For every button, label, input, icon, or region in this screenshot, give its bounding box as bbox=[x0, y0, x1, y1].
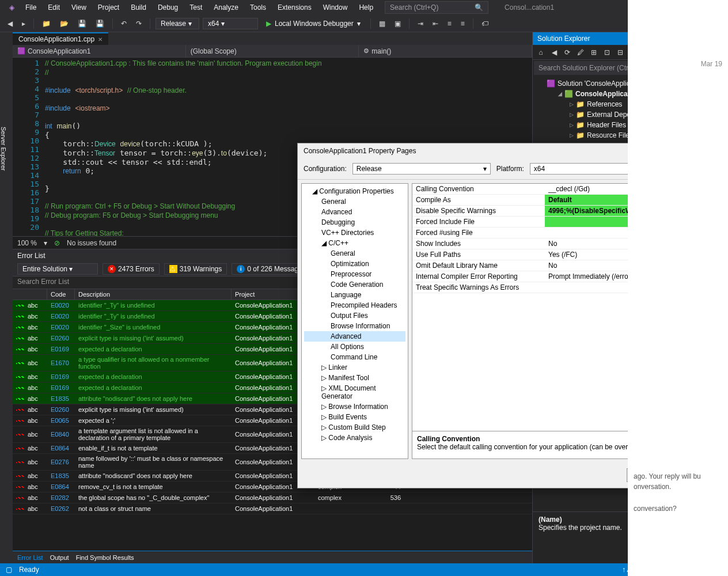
tab-find-symbol[interactable]: Find Symbol Results bbox=[76, 554, 134, 561]
solution-icon: 🟪 bbox=[547, 79, 555, 88]
tree-item[interactable]: ◢ C/C++ bbox=[304, 238, 405, 248]
tree-item[interactable]: Output Files bbox=[304, 310, 405, 321]
warnings-filter[interactable]: ⚠319 Warnings bbox=[164, 263, 227, 275]
home-icon[interactable]: ⌂ bbox=[535, 47, 547, 58]
tree-item[interactable]: Command Line bbox=[304, 352, 405, 362]
server-explorer-tab[interactable]: Server Explorer bbox=[0, 32, 13, 263]
tree-item[interactable]: VC++ Directories bbox=[304, 228, 405, 238]
save-all-icon[interactable]: 💾 bbox=[93, 18, 107, 29]
tool-icon[interactable]: ⊡ bbox=[601, 47, 613, 58]
folder-icon: 📁 bbox=[576, 121, 585, 129]
line-number-gutter: 1234567891011121314151617181920 bbox=[13, 58, 45, 236]
error-scope-dropdown[interactable]: Entire Solution ▾ bbox=[17, 263, 98, 275]
menu-project[interactable]: Project bbox=[93, 2, 124, 13]
config-dropdown[interactable]: Release▾ bbox=[156, 18, 199, 29]
tree-item[interactable]: General bbox=[304, 196, 405, 207]
window-title: Consol...cation1 bbox=[498, 2, 561, 13]
config-label: Configuration: bbox=[304, 165, 347, 173]
tool-icon[interactable]: ⊟ bbox=[615, 47, 626, 58]
navigation-bar: 🟪 ConsoleApplication1 (Global Scope) ⚙ m… bbox=[13, 45, 532, 58]
folder-icon: 📁 bbox=[576, 111, 585, 119]
status-square-icon: ▢ bbox=[6, 566, 12, 574]
folder-icon: 📁 bbox=[576, 100, 585, 108]
toolbar-icon[interactable]: ⇥ bbox=[415, 18, 426, 29]
menu-test[interactable]: Test bbox=[185, 2, 207, 13]
project-icon: 🟩 bbox=[564, 90, 573, 98]
document-tabs: ConsoleApplication1.cpp ✕ bbox=[13, 32, 532, 45]
dialog-config-dropdown[interactable]: Release▾ bbox=[352, 163, 491, 175]
platform-label: Platform: bbox=[496, 165, 524, 173]
tree-item[interactable]: Code Generation bbox=[304, 279, 405, 290]
platform-dropdown[interactable]: x64▾ bbox=[203, 18, 258, 29]
tree-item[interactable]: Advanced bbox=[304, 207, 405, 217]
tree-item[interactable]: ▷ Custom Build Step bbox=[304, 422, 405, 433]
redo-icon[interactable]: ↷ bbox=[133, 18, 145, 29]
tree-item[interactable]: ▷ Build Events bbox=[304, 412, 405, 422]
toolbar-icon[interactable]: ≡ bbox=[445, 18, 454, 29]
tab-output[interactable]: Output bbox=[50, 554, 69, 561]
toolbar-icon[interactable]: ⇤ bbox=[430, 18, 441, 29]
toolbar-icon[interactable]: ▣ bbox=[392, 18, 404, 29]
menu-help[interactable]: Help bbox=[354, 2, 378, 13]
tool-icon[interactable]: 🖉 bbox=[575, 47, 586, 58]
back-icon[interactable]: ◀ bbox=[548, 47, 560, 58]
tree-item[interactable]: Browse Information bbox=[304, 321, 405, 331]
quick-search-box[interactable]: Search (Ctrl+Q) 🔍 bbox=[385, 1, 488, 14]
undo-icon[interactable]: ↶ bbox=[118, 18, 130, 29]
document-tab[interactable]: ConsoleApplication1.cpp ✕ bbox=[13, 32, 108, 45]
tree-item[interactable]: ▷ XML Document Generator bbox=[304, 383, 405, 401]
tree-item[interactable]: ▷ Linker bbox=[304, 362, 405, 373]
vs-logo-icon: ◈ bbox=[5, 1, 18, 14]
tool-window-tabs: Error List Output Find Symbol Results bbox=[13, 551, 532, 563]
errors-filter[interactable]: ✕2473 Errors bbox=[103, 263, 160, 275]
tree-item[interactable]: Optimization bbox=[304, 259, 405, 269]
sync-icon[interactable]: ⟳ bbox=[562, 47, 573, 58]
tool-icon[interactable]: ⊞ bbox=[588, 47, 600, 58]
new-project-icon[interactable]: 📁 bbox=[39, 18, 54, 29]
tab-error-list[interactable]: Error List bbox=[17, 554, 43, 561]
toolbar-icon[interactable]: ≡ bbox=[458, 18, 468, 29]
tree-item[interactable]: ▷ Code Analysis bbox=[304, 433, 405, 443]
scope-member-dropdown[interactable]: ⚙ main() bbox=[359, 45, 532, 57]
menu-tools[interactable]: Tools bbox=[245, 2, 271, 13]
menu-build[interactable]: Build bbox=[126, 2, 151, 13]
open-icon[interactable]: 📂 bbox=[57, 18, 71, 29]
save-icon[interactable]: 💾 bbox=[75, 18, 89, 29]
menu-view[interactable]: View bbox=[67, 2, 91, 13]
zoom-level[interactable]: 100 % bbox=[17, 239, 37, 247]
issues-status: No issues found bbox=[67, 239, 116, 247]
toolbar-icon[interactable]: ▦ bbox=[376, 18, 388, 29]
tree-item[interactable]: Advanced bbox=[304, 331, 405, 342]
tree-item[interactable]: ◢ Configuration Properties bbox=[304, 186, 405, 196]
tree-item[interactable]: ▷ Browse Information bbox=[304, 401, 405, 412]
nav-back-icon[interactable]: ◀ bbox=[5, 18, 16, 29]
error-row[interactable]: abc E0282 the global scope has no "_C_do… bbox=[13, 492, 532, 503]
tab-close-icon[interactable]: ✕ bbox=[98, 36, 103, 43]
tree-item[interactable]: All Options bbox=[304, 342, 405, 352]
menu-bar: ◈ FileEditViewProjectBuildDebugTestAnaly… bbox=[0, 0, 728, 15]
start-debug-button[interactable]: ▶Local Windows Debugger▾ bbox=[261, 18, 365, 29]
error-row[interactable]: abc E0262 not a class or struct name Con… bbox=[13, 503, 532, 514]
search-placeholder: Search (Ctrl+Q) bbox=[390, 3, 438, 12]
tree-item[interactable]: General bbox=[304, 248, 405, 259]
tree-item[interactable]: Preprocessor bbox=[304, 269, 405, 279]
tree-item[interactable]: Language bbox=[304, 290, 405, 300]
nav-fwd-icon[interactable]: ▸ bbox=[19, 18, 28, 29]
standard-toolbar: ◀ ▸ 📁 📂 💾 💾 ↶ ↷ Release▾ x64▾ ▶Local Win… bbox=[0, 15, 728, 32]
menu-extensions[interactable]: Extensions bbox=[273, 2, 316, 13]
property-tree[interactable]: ◢ Configuration PropertiesGeneralAdvance… bbox=[301, 183, 408, 459]
tree-item[interactable]: Precompiled Headers bbox=[304, 300, 405, 310]
tree-item[interactable]: Debugging bbox=[304, 217, 405, 228]
status-bar: ▢ Ready ↑ Add to Source Control ▴ 🔔1 bbox=[0, 563, 728, 576]
tree-item[interactable]: ▷ Manifest Tool bbox=[304, 373, 405, 383]
menu-debug[interactable]: Debug bbox=[153, 2, 183, 13]
folder-icon: 📁 bbox=[576, 131, 585, 139]
menu-window[interactable]: Window bbox=[318, 2, 352, 13]
check-icon: ⊘ bbox=[54, 239, 60, 247]
menu-analyze[interactable]: Analyze bbox=[209, 2, 243, 13]
scope-project-dropdown[interactable]: 🟪 ConsoleApplication1 bbox=[13, 45, 186, 57]
menu-file[interactable]: File bbox=[21, 2, 41, 13]
bookmark-icon[interactable]: 🏷 bbox=[479, 18, 491, 29]
menu-edit[interactable]: Edit bbox=[43, 2, 65, 13]
scope-namespace-dropdown[interactable]: (Global Scope) bbox=[186, 45, 359, 57]
